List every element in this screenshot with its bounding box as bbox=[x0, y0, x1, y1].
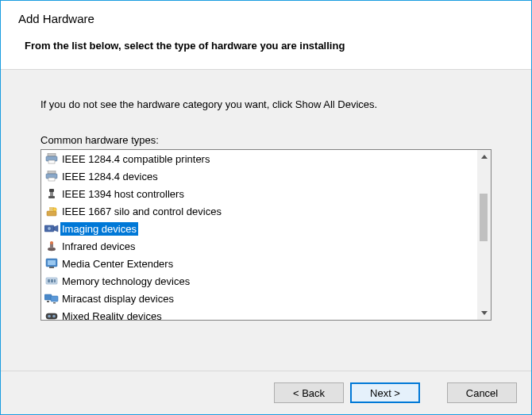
svg-point-13 bbox=[48, 227, 52, 231]
infrared-icon bbox=[44, 240, 59, 252]
svg-rect-29 bbox=[46, 313, 57, 319]
svg-marker-32 bbox=[481, 155, 488, 159]
controller-icon bbox=[44, 187, 59, 200]
svg-point-30 bbox=[48, 315, 51, 318]
wizard-footer: < Back Next > Cancel bbox=[1, 371, 531, 414]
printer-icon bbox=[44, 170, 59, 183]
hardware-listbox[interactable]: IEEE 1284.4 compatible printersIEEE 1284… bbox=[40, 149, 492, 321]
scrollbar-thumb[interactable] bbox=[480, 194, 488, 241]
svg-rect-0 bbox=[48, 153, 56, 156]
list-item-label: IEEE 1667 silo and control devices bbox=[60, 205, 223, 218]
svg-rect-3 bbox=[48, 171, 56, 174]
list-item-label: IEEE 1284.4 devices bbox=[60, 170, 160, 183]
svg-rect-8 bbox=[48, 196, 55, 198]
svg-rect-7 bbox=[50, 192, 53, 196]
hint-text: If you do not see the hardware category … bbox=[40, 98, 492, 110]
memory-icon bbox=[44, 275, 59, 287]
svg-rect-19 bbox=[48, 260, 56, 265]
mixed-icon bbox=[44, 309, 59, 320]
list-item-label: Memory technology devices bbox=[60, 275, 191, 288]
list-item[interactable]: Infrared devices bbox=[41, 237, 477, 255]
svg-point-31 bbox=[52, 315, 56, 318]
svg-marker-33 bbox=[481, 311, 488, 315]
camera-icon bbox=[44, 222, 59, 235]
printer-icon bbox=[44, 152, 59, 165]
list-item-label: Miracast display devices bbox=[60, 292, 175, 305]
svg-rect-25 bbox=[44, 294, 52, 300]
svg-rect-6 bbox=[49, 189, 54, 192]
list-item-label: Mixed Reality devices bbox=[60, 309, 164, 321]
svg-point-11 bbox=[53, 208, 56, 211]
next-button[interactable]: Next > bbox=[350, 382, 420, 403]
svg-rect-28 bbox=[53, 302, 56, 304]
svg-point-17 bbox=[50, 241, 53, 244]
list-label: Common hardware types: bbox=[40, 134, 492, 146]
list-item[interactable]: IEEE 1394 host controllers bbox=[41, 185, 477, 202]
media-icon bbox=[44, 257, 59, 270]
list-item[interactable]: Media Center Extenders bbox=[41, 255, 477, 272]
scroll-up-button[interactable] bbox=[477, 150, 491, 163]
list-item[interactable]: IEEE 1284.4 compatible printers bbox=[41, 150, 477, 167]
svg-marker-14 bbox=[54, 225, 58, 232]
vertical-scrollbar[interactable] bbox=[477, 150, 491, 320]
svg-rect-22 bbox=[48, 279, 50, 282]
page-instruction: From the list below, select the type of … bbox=[25, 40, 514, 52]
list-item[interactable]: IEEE 1284.4 devices bbox=[41, 167, 477, 185]
svg-rect-20 bbox=[49, 267, 54, 268]
list-item-label: IEEE 1394 host controllers bbox=[60, 187, 186, 201]
svg-rect-5 bbox=[48, 178, 55, 181]
list-item[interactable]: Mixed Reality devices bbox=[41, 307, 477, 320]
svg-rect-27 bbox=[47, 301, 49, 302]
list-item[interactable]: Memory technology devices bbox=[41, 272, 477, 290]
back-button[interactable]: < Back bbox=[274, 382, 344, 403]
svg-rect-24 bbox=[54, 279, 56, 282]
window-title: Add Hardware bbox=[18, 12, 514, 25]
cancel-button[interactable]: Cancel bbox=[447, 382, 517, 403]
silo-icon bbox=[44, 205, 59, 217]
list-item-label: Media Center Extenders bbox=[60, 257, 175, 271]
list-item[interactable]: Miracast display devices bbox=[41, 290, 477, 307]
list-item[interactable]: Imaging devices bbox=[41, 220, 477, 237]
svg-rect-23 bbox=[51, 279, 53, 282]
display-icon bbox=[44, 292, 59, 305]
list-item-label: Infrared devices bbox=[60, 240, 137, 253]
svg-rect-26 bbox=[51, 296, 58, 302]
svg-rect-9 bbox=[47, 211, 56, 216]
svg-rect-2 bbox=[48, 160, 55, 163]
list-item[interactable]: IEEE 1667 silo and control devices bbox=[41, 202, 477, 220]
list-item-label: Imaging devices bbox=[60, 222, 138, 236]
scroll-down-button[interactable] bbox=[477, 306, 491, 320]
list-item-label: IEEE 1284.4 compatible printers bbox=[60, 152, 211, 166]
